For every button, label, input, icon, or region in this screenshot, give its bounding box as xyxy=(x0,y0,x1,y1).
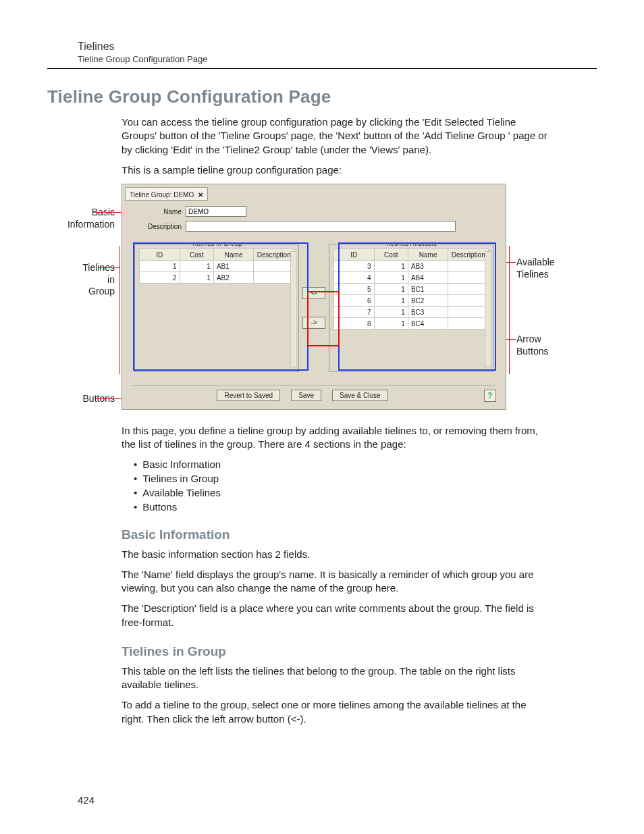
running-head-subtitle: Tieline Group Configuration Page xyxy=(78,54,597,64)
move-right-button[interactable]: -> xyxy=(302,317,325,329)
tielines-available-table[interactable]: ID Cost Name Description 31AB341AB451BC1… xyxy=(333,249,489,353)
page-title: Tieline Group Configuration Page xyxy=(47,86,597,107)
button-row: Revert to Saved Save Save & Close ? xyxy=(132,385,496,401)
save-close-button[interactable]: Save & Close xyxy=(332,390,388,401)
description-label: Description xyxy=(140,223,182,230)
basic-info-p1: The basic information section has 2 fiel… xyxy=(122,548,550,561)
table-row xyxy=(140,318,294,330)
panel-tab-label: Tieline Group: DEMO xyxy=(130,191,194,199)
close-icon[interactable]: ✕ xyxy=(198,191,203,199)
table-row[interactable]: 11AB1 xyxy=(140,261,294,272)
list-item: Basic Information xyxy=(134,459,597,470)
figure-wrap: BasicInformation TielinesinGroup Buttons… xyxy=(47,184,597,413)
col-desc[interactable]: Description xyxy=(448,249,489,261)
move-left-button[interactable]: <- xyxy=(302,287,325,299)
col-desc[interactable]: Description xyxy=(254,249,294,261)
list-item: Buttons xyxy=(134,501,597,513)
tielines-available-fieldset: Tielines Available ID Cost Name Descript… xyxy=(329,244,493,372)
tielines-in-group-legend: Tielines in Group xyxy=(187,244,246,247)
col-name[interactable]: Name xyxy=(408,249,448,261)
section-heading-tielines-in-group: Tielines in Group xyxy=(122,644,597,659)
scrollbar[interactable] xyxy=(485,251,491,367)
config-panel: Tieline Group: DEMO ✕ Name Description T… xyxy=(122,184,506,410)
callout-basic-information: BasicInformation xyxy=(47,207,115,230)
scrollbar[interactable] xyxy=(290,251,297,367)
col-id[interactable]: ID xyxy=(334,249,375,261)
running-head-title: Tielines xyxy=(78,41,597,53)
basic-info-p2: The 'Name' field displays the group's na… xyxy=(122,568,550,596)
callout-arrow-buttons: ArrowButtons xyxy=(516,334,548,357)
callout-line xyxy=(98,267,119,268)
description-field[interactable] xyxy=(186,221,456,232)
table-row[interactable]: 31AB3 xyxy=(334,261,489,272)
panel-tab[interactable]: Tieline Group: DEMO ✕ xyxy=(125,187,208,201)
arrow-column: <- -> xyxy=(299,244,329,372)
name-field[interactable] xyxy=(186,206,246,217)
col-cost[interactable]: Cost xyxy=(374,249,408,261)
col-id[interactable]: ID xyxy=(140,249,180,261)
tielines-in-group-fieldset: Tielines in Group ID Cost Name Descripti… xyxy=(134,244,299,372)
list-item: Tielines in Group xyxy=(134,473,597,484)
table-row[interactable]: 71BC3 xyxy=(334,307,489,318)
table-row xyxy=(140,295,294,307)
list-item: Available Tielines xyxy=(134,487,597,498)
after-figure-paragraph: In this page, you define a tieline group… xyxy=(122,424,550,452)
table-row xyxy=(140,330,294,341)
table-row xyxy=(334,330,489,341)
tig-p1: This table on the left lists the tieline… xyxy=(122,664,550,692)
basic-info-p3: The 'Description' field is a place where… xyxy=(122,602,550,629)
page-number: 424 xyxy=(78,794,95,806)
table-row[interactable]: 21AB2 xyxy=(140,272,294,284)
col-cost[interactable]: Cost xyxy=(180,249,213,261)
intro-paragraph-2: This is a sample tieline group configura… xyxy=(122,163,550,177)
table-row[interactable]: 41AB4 xyxy=(334,272,489,284)
table-row xyxy=(334,341,489,353)
table-row xyxy=(140,284,294,295)
header-rule xyxy=(47,68,597,69)
col-name[interactable]: Name xyxy=(213,249,254,261)
table-row[interactable]: 51BC1 xyxy=(334,284,489,295)
table-row[interactable]: 61BC2 xyxy=(334,295,489,307)
table-row xyxy=(140,341,294,353)
section-bullet-list: Basic InformationTielines in GroupAvaila… xyxy=(134,459,597,513)
table-row[interactable]: 81BC4 xyxy=(334,318,489,330)
callout-line xyxy=(506,262,516,263)
callout-line xyxy=(509,246,510,374)
name-label: Name xyxy=(140,208,182,215)
section-heading-basic-information: Basic Information xyxy=(122,527,597,542)
tielines-in-group-table[interactable]: ID Cost Name Description 11AB121AB2 xyxy=(139,249,294,353)
revert-button[interactable]: Revert to Saved xyxy=(217,390,280,401)
tielines-available-legend: Tielines Available xyxy=(381,244,441,247)
callout-available-tielines: AvailableTielines xyxy=(516,257,555,280)
table-row xyxy=(140,307,294,318)
help-icon[interactable]: ? xyxy=(484,390,496,402)
tig-p2: To add a tieline to the group, select on… xyxy=(122,698,550,726)
intro-paragraph-1: You can access the tieline group configu… xyxy=(122,115,550,157)
callout-line xyxy=(119,246,120,374)
save-button[interactable]: Save xyxy=(291,390,321,401)
